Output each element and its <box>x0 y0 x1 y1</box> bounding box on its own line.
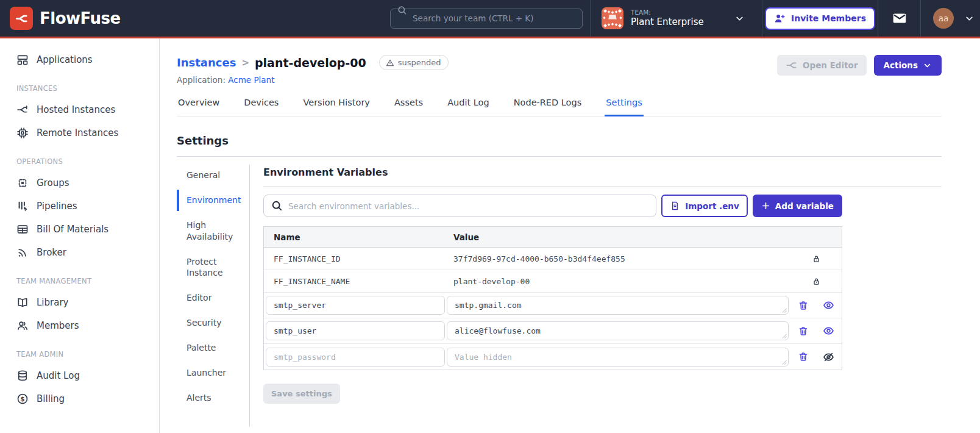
brand[interactable]: FlowFuse <box>0 0 130 37</box>
hide-value-button[interactable] <box>823 351 834 363</box>
user-plus-icon <box>774 13 786 24</box>
sidebar-item-hosted-instances[interactable]: Hosted Instances <box>0 98 159 121</box>
settings-nav-alerts[interactable]: Alerts <box>177 387 249 409</box>
settings-nav-general[interactable]: General <box>177 165 249 186</box>
delete-variable-button[interactable] <box>798 351 809 362</box>
application-link[interactable]: Acme Plant <box>228 75 274 85</box>
table-row <box>264 344 842 370</box>
sidebar-item-groups[interactable]: Groups <box>0 171 159 195</box>
table-row <box>264 293 842 318</box>
breadcrumb-instances-link[interactable]: Instances <box>177 56 236 69</box>
tab-version-history[interactable]: Version History <box>302 98 371 116</box>
delete-variable-button[interactable] <box>798 300 809 311</box>
sidebar-section-operations: OPERATIONS <box>16 157 159 166</box>
remote-instances-icon <box>16 127 29 139</box>
tab-devices[interactable]: Devices <box>243 98 280 116</box>
team-label: TEAM: <box>631 9 704 16</box>
settings-nav-protect-instance[interactable]: Protect Instance <box>177 251 249 284</box>
delete-variable-button[interactable] <box>798 326 809 337</box>
sidebar-item-label: Broker <box>37 247 66 258</box>
sidebar-item-bill-of-materials[interactable]: Bill Of Materials <box>0 218 159 241</box>
sidebar-item-library[interactable]: Library <box>0 291 159 314</box>
application-label: Application: <box>177 75 225 85</box>
invite-section: Invite Members <box>762 0 878 37</box>
tab-overview[interactable]: Overview <box>177 98 221 116</box>
open-editor-label: Open Editor <box>803 60 858 70</box>
invite-members-button[interactable]: Invite Members <box>765 7 875 30</box>
tab-assets[interactable]: Assets <box>393 98 424 116</box>
actions-button[interactable]: Actions <box>874 55 942 76</box>
team-selector[interactable]: TEAM: Plant Enterprise <box>590 0 762 37</box>
env-name-input[interactable] <box>266 296 445 315</box>
pipelines-icon <box>16 200 29 212</box>
sidebar-item-applications[interactable]: Applications <box>0 48 159 71</box>
avatar-initials: aa <box>939 13 949 23</box>
settings-nav-environment[interactable]: Environment <box>177 190 249 211</box>
settings-divider <box>177 156 942 157</box>
application-line: Application: Acme Plant <box>177 75 449 85</box>
sidebar-item-label: Groups <box>37 177 69 188</box>
sidebar-item-members[interactable]: Members <box>0 314 159 337</box>
env-value-input[interactable] <box>447 348 789 367</box>
broker-icon <box>16 246 29 259</box>
settings-nav-palette[interactable]: Palette <box>177 337 249 359</box>
show-value-button[interactable] <box>823 299 834 311</box>
instance-title-block: Instances > plant-develop-00 suspended A… <box>177 55 449 85</box>
sidebar-item-label: Members <box>37 320 79 331</box>
status-badge-label: suspended <box>398 58 441 67</box>
save-settings-button[interactable]: Save settings <box>263 384 340 404</box>
sidebar-item-label: Audit Log <box>37 370 80 381</box>
env-name-input[interactable] <box>266 348 445 367</box>
members-icon <box>16 320 29 332</box>
settings-nav-security[interactable]: Security <box>177 312 249 334</box>
sidebar-item-label: Bill Of Materials <box>37 224 108 235</box>
tab-node-red-logs[interactable]: Node-RED Logs <box>513 98 583 116</box>
sidebar-item-billing[interactable]: $ Billing <box>0 387 159 410</box>
groups-icon <box>16 177 29 189</box>
import-env-button[interactable]: Import .env <box>661 195 748 217</box>
open-editor-button[interactable]: Open Editor <box>777 55 867 76</box>
search-icon <box>271 199 283 212</box>
env-value-input[interactable] <box>447 321 789 340</box>
chevron-down-icon <box>964 13 975 24</box>
env-name-input[interactable] <box>266 321 445 340</box>
tab-settings[interactable]: Settings <box>605 98 643 116</box>
actions-label: Actions <box>884 60 918 70</box>
tab-audit-log[interactable]: Audit Log <box>446 98 491 116</box>
sidebar-item-pipelines[interactable]: Pipelines <box>0 195 159 218</box>
sidebar-item-audit-log[interactable]: Audit Log <box>0 364 159 387</box>
show-value-button[interactable] <box>823 325 834 337</box>
bill-of-materials-icon <box>16 223 29 235</box>
settings-nav-high-availability[interactable]: High Availability <box>177 215 249 248</box>
navbar-spacer <box>130 0 390 37</box>
settings-body: General Environment High Availability Pr… <box>177 165 942 427</box>
trash-icon <box>798 326 809 337</box>
add-variable-button[interactable]: Add variable <box>753 195 842 217</box>
sidebar-item-label: Library <box>37 297 68 308</box>
notifications-section[interactable] <box>878 0 920 37</box>
instance-header: Instances > plant-develop-00 suspended A… <box>177 55 942 85</box>
import-env-label: Import .env <box>685 201 739 211</box>
warning-triangle-icon <box>386 59 394 67</box>
invite-members-label: Invite Members <box>791 13 866 23</box>
audit-log-icon <box>16 370 29 382</box>
table-row: FF_INSTANCE_NAME plant-develop-00 <box>264 270 842 293</box>
settings-title: Settings <box>177 134 942 147</box>
settings-nav-launcher[interactable]: Launcher <box>177 362 249 384</box>
panel-title: Environment Variables <box>263 165 942 187</box>
team-search-input[interactable] <box>390 9 583 29</box>
column-header-name: Name <box>264 232 447 242</box>
settings-nav-editor[interactable]: Editor <box>177 287 249 309</box>
main-content: Instances > plant-develop-00 suspended A… <box>160 38 980 433</box>
sidebar-item-broker[interactable]: Broker <box>0 241 159 264</box>
lock-icon <box>812 254 821 263</box>
user-menu[interactable]: aa <box>920 0 980 37</box>
breadcrumb: Instances > plant-develop-00 suspended <box>177 55 449 70</box>
team-name: Plant Enterprise <box>631 16 704 28</box>
sidebar-item-label: Hosted Instances <box>37 104 115 115</box>
sidebar-item-remote-instances[interactable]: Remote Instances <box>0 121 159 145</box>
mail-icon <box>892 10 907 26</box>
env-search-input[interactable] <box>263 195 656 217</box>
env-value-input[interactable] <box>447 296 789 315</box>
trash-icon <box>798 351 809 362</box>
